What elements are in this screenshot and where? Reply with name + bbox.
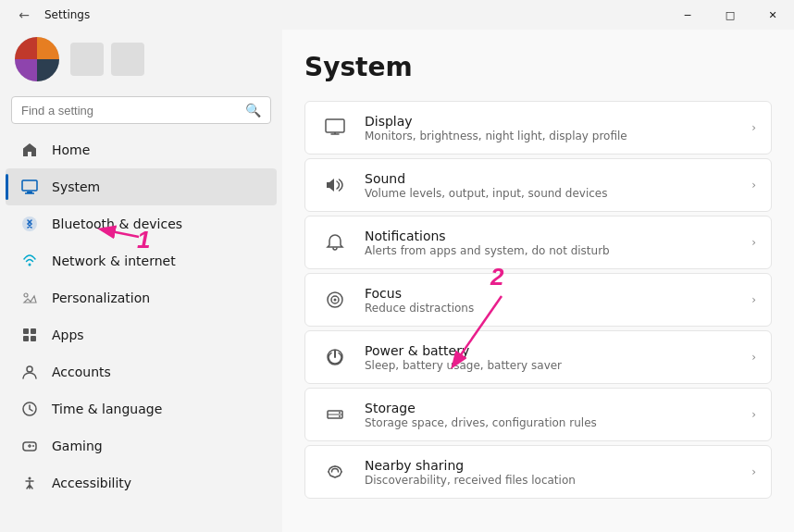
user-icon-placeholder	[70, 43, 104, 76]
power-icon	[320, 342, 350, 372]
bluetooth-icon	[20, 215, 39, 233]
chevron-right-icon: ›	[751, 408, 756, 421]
page-title: System	[304, 52, 772, 82]
focus-icon	[320, 285, 350, 315]
sidebar-item-home[interactable]: Home	[6, 131, 277, 168]
sidebar-item-label: Time & language	[52, 402, 162, 416]
settings-item-text: Storage Storage space, drives, configura…	[365, 401, 737, 429]
chevron-right-icon: ›	[751, 236, 756, 249]
svg-point-26	[339, 412, 341, 414]
sidebar-item-label: Accessibility	[52, 476, 131, 490]
settings-item-title: Power & battery	[365, 343, 737, 358]
sidebar-item-time[interactable]: Time & language	[6, 390, 277, 427]
settings-item-desc: Volume levels, output, input, sound devi…	[365, 187, 737, 200]
settings-item-text: Notifications Alerts from apps and syste…	[365, 229, 737, 257]
settings-item-text: Power & battery Sleep, battery usage, ba…	[365, 343, 737, 372]
settings-item-desc: Storage space, drives, configuration rul…	[365, 416, 737, 429]
nearby-icon	[320, 457, 350, 487]
sound-icon	[320, 170, 350, 200]
sidebar-item-label: System	[52, 179, 100, 194]
settings-item-title: Focus	[365, 286, 737, 301]
settings-item-desc: Alerts from apps and system, do not dist…	[365, 244, 737, 257]
settings-item-desc: Sleep, battery usage, battery saver	[365, 359, 737, 372]
avatar-cell	[15, 37, 37, 59]
sidebar-item-personalization[interactable]: Personalization	[6, 279, 277, 316]
personalization-icon	[20, 289, 39, 307]
avatar-cell	[15, 59, 37, 81]
svg-rect-6	[23, 328, 29, 334]
sidebar-item-apps[interactable]: Apps	[6, 316, 277, 353]
sidebar-item-system[interactable]: System	[6, 168, 277, 205]
sidebar-item-accessibility[interactable]: Accessibility	[6, 464, 277, 501]
gaming-icon	[20, 437, 39, 455]
close-button[interactable]: ✕	[751, 0, 794, 30]
back-button[interactable]: ←	[11, 2, 37, 28]
time-icon	[20, 400, 39, 418]
window-title: Settings	[44, 8, 90, 21]
title-bar: ← Settings ─ □ ✕	[0, 0, 794, 30]
sidebar-item-label: Network & internet	[52, 254, 176, 268]
settings-item-display[interactable]: Display Monitors, brightness, night ligh…	[304, 101, 772, 155]
svg-point-5	[24, 293, 28, 297]
sidebar-item-accounts[interactable]: Accounts	[6, 353, 277, 390]
settings-list: Display Monitors, brightness, night ligh…	[304, 101, 772, 499]
search-input[interactable]	[21, 104, 238, 118]
storage-icon	[320, 400, 350, 429]
chevron-right-icon: ›	[751, 293, 756, 306]
settings-item-desc: Discoverability, received files location	[365, 474, 737, 487]
user-icon-placeholder	[111, 43, 144, 76]
sidebar-item-label: Home	[52, 142, 90, 157]
user-icons	[70, 43, 144, 76]
maximize-button[interactable]: □	[709, 0, 751, 30]
content-area: System Display Monitors, brightness, nig…	[282, 30, 794, 532]
sidebar-item-label: Apps	[52, 328, 84, 342]
settings-item-title: Nearby sharing	[365, 458, 737, 473]
sidebar-item-label: Bluetooth & devices	[52, 217, 182, 231]
user-section	[0, 30, 282, 93]
svg-rect-8	[23, 336, 29, 341]
svg-rect-9	[31, 336, 36, 341]
settings-item-focus[interactable]: Focus Reduce distractions ›	[304, 273, 772, 327]
avatar-grid	[15, 37, 59, 81]
svg-point-22	[334, 299, 337, 302]
chevron-right-icon: ›	[751, 179, 756, 192]
chevron-right-icon: ›	[751, 465, 756, 478]
chevron-right-icon: ›	[751, 351, 756, 364]
svg-point-15	[32, 445, 34, 447]
notifications-icon	[320, 228, 350, 257]
settings-item-text: Nearby sharing Discoverability, received…	[365, 458, 737, 487]
sidebar-item-gaming[interactable]: Gaming	[6, 427, 277, 464]
settings-item-title: Display	[365, 114, 737, 129]
settings-item-title: Notifications	[365, 229, 737, 243]
home-icon	[20, 141, 39, 159]
display-icon	[320, 113, 350, 142]
settings-item-title: Sound	[365, 171, 737, 186]
search-box[interactable]: 🔍	[11, 96, 271, 124]
system-icon	[20, 178, 39, 196]
settings-item-storage[interactable]: Storage Storage space, drives, configura…	[304, 388, 772, 441]
sidebar-item-label: Personalization	[52, 291, 150, 305]
sidebar-item-label: Gaming	[52, 439, 103, 453]
settings-item-notifications[interactable]: Notifications Alerts from apps and syste…	[304, 216, 772, 269]
avatar-cell	[37, 37, 59, 59]
avatar[interactable]	[15, 37, 59, 81]
sidebar-item-network[interactable]: Network & internet	[6, 242, 277, 279]
sidebar-item-bluetooth[interactable]: Bluetooth & devices	[6, 205, 277, 242]
accessibility-icon	[20, 474, 39, 492]
settings-item-desc: Monitors, brightness, night light, displ…	[365, 130, 737, 142]
settings-item-sound[interactable]: Sound Volume levels, output, input, soun…	[304, 158, 772, 212]
avatar-cell	[37, 59, 59, 81]
svg-point-4	[29, 264, 31, 266]
svg-point-27	[339, 415, 341, 417]
minimize-button[interactable]: ─	[666, 0, 709, 30]
sidebar: 🔍 Home Syste	[0, 30, 282, 532]
svg-point-16	[29, 477, 31, 480]
settings-item-text: Focus Reduce distractions	[365, 286, 737, 315]
accounts-icon	[20, 363, 39, 381]
settings-item-nearby[interactable]: Nearby sharing Discoverability, received…	[304, 445, 772, 499]
main-layout: 🔍 Home Syste	[0, 30, 794, 532]
nav-items: Home System	[0, 131, 282, 501]
settings-item-power[interactable]: Power & battery Sleep, battery usage, ba…	[304, 330, 772, 384]
svg-rect-7	[31, 328, 36, 334]
svg-point-3	[22, 217, 37, 231]
